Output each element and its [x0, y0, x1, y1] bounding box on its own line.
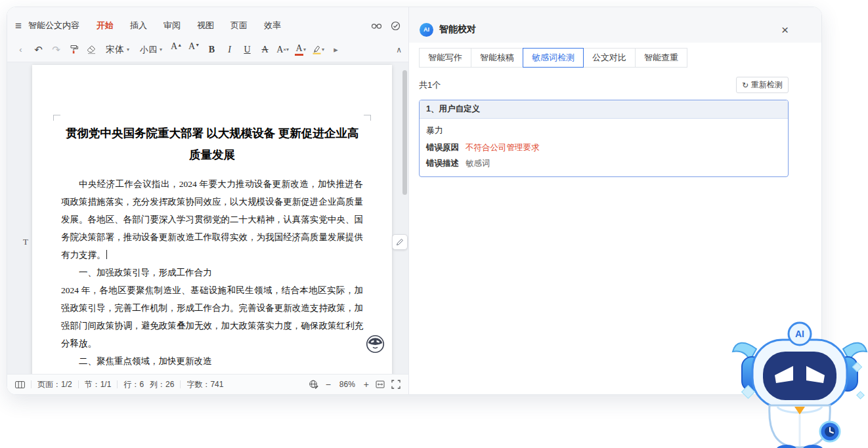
- redo-icon[interactable]: ↷: [49, 42, 63, 58]
- comment-edit-icon[interactable]: [392, 234, 408, 250]
- paragraph: 中央经济工作会议指出，2024 年要大力推动设备更新改造，加快推进各项政策措施落…: [61, 175, 363, 264]
- tab-smart-writing[interactable]: 智能写作: [419, 48, 471, 68]
- superscript-button[interactable]: A× ▾: [276, 42, 290, 58]
- up-triangle-icon: ▲: [177, 43, 182, 47]
- document-page[interactable]: 贯彻党中央国务院重大部署 以大规模设备 更新促进企业高质量发展 中央经济工作会议…: [32, 65, 392, 374]
- refresh-icon: ↻: [742, 81, 749, 90]
- divider: [180, 380, 181, 388]
- menu-tab-review[interactable]: 审阅: [163, 20, 181, 31]
- mascot-badge-text: AI: [795, 329, 804, 339]
- font-color-label: A: [295, 44, 302, 53]
- chevron-left-icon[interactable]: ‹: [14, 42, 28, 58]
- chevron-down-icon: ▾: [322, 47, 324, 52]
- error-desc-value: 敏感词: [466, 158, 490, 169]
- error-reason-value: 不符合公司管理要求: [466, 142, 540, 153]
- document-title: 智能公文内容: [28, 20, 79, 31]
- strikethrough-button[interactable]: A: [258, 42, 272, 58]
- scrollbar-thumb[interactable]: [402, 70, 407, 195]
- check-circle-icon[interactable]: [391, 21, 401, 31]
- assistant-face-icon[interactable]: [366, 335, 385, 354]
- menubar-right-icons: [371, 21, 401, 31]
- document-canvas: 贯彻党中央国务院重大部署 以大规模设备 更新促进企业高质量发展 中央经济工作会议…: [7, 62, 408, 374]
- undo-icon[interactable]: ↶: [32, 42, 45, 58]
- font-family-select[interactable]: 宋体 ▾: [102, 42, 133, 58]
- fullscreen-icon[interactable]: [391, 380, 401, 389]
- tab-plagiarism[interactable]: 智能查重: [635, 48, 687, 68]
- ai-logo-icon: AI: [420, 23, 433, 37]
- status-column: 列：26: [150, 379, 174, 390]
- language-globe-icon[interactable]: [309, 379, 319, 390]
- increase-font-label: A: [171, 42, 177, 51]
- status-bar: 页面：1/2 节：1/1 行：6 列：26 字数：741 − 86% +: [7, 374, 408, 394]
- error-reason-row: 错误原因 不符合公司管理要求: [426, 142, 781, 153]
- status-wordcount[interactable]: 字数：741: [186, 379, 223, 390]
- more-tools-icon[interactable]: ▸: [329, 42, 343, 58]
- margin-mark-left: [53, 115, 60, 121]
- sensitive-word-card[interactable]: 1、用户自定义 暴力 错误原因 不符合公司管理要求 错误描述 敏感词: [419, 100, 789, 177]
- ribbon-tabs: 开始 插入 审阅 视图 页面 效率: [97, 20, 281, 31]
- decrease-font-button[interactable]: A▼: [187, 42, 201, 58]
- collapse-ribbon-icon[interactable]: ∧: [396, 45, 402, 54]
- zoom-in-button[interactable]: +: [364, 380, 369, 389]
- chevron-down-icon: ▾: [160, 47, 162, 52]
- error-desc-row: 错误描述 敏感词: [426, 158, 781, 169]
- menu-tab-home[interactable]: 开始: [97, 20, 114, 31]
- redetect-button[interactable]: ↻ 重新检测: [736, 77, 789, 93]
- menu-bar: ≡ 智能公文内容 开始 插入 审阅 视图 页面 效率: [7, 7, 408, 37]
- font-family-value: 宋体: [106, 44, 124, 56]
- italic-button[interactable]: I: [223, 42, 236, 58]
- status-section: 节：1/1: [85, 379, 112, 390]
- menu-tab-view[interactable]: 视图: [197, 20, 214, 31]
- zoom-out-button[interactable]: −: [326, 380, 331, 389]
- reading-glasses-icon[interactable]: [371, 22, 382, 30]
- chevron-down-icon: ▾: [286, 47, 289, 52]
- down-triangle-icon: ▼: [195, 43, 200, 47]
- ai-panel-tabs: 智能写作 智能核稿 敏感词检测 公文对比 智能查重: [419, 48, 789, 68]
- redetect-label: 重新检测: [751, 79, 783, 91]
- error-reason-label: 错误原因: [426, 142, 459, 153]
- divider: [31, 380, 32, 388]
- ai-panel-body: 智能写作 智能核稿 敏感词检测 公文对比 智能查重 共1个 ↻ 重新检测 1、用…: [409, 43, 821, 177]
- eraser-icon[interactable]: [85, 42, 98, 58]
- paragraph: 2024 年，各地区要聚焦制造业、基础设施和民生领域，结合本地区实际，加强政策引…: [61, 281, 363, 352]
- font-color-swatch: [295, 54, 303, 56]
- fit-page-icon[interactable]: [376, 380, 385, 389]
- ai-panel-header: AI 智能校对 ×: [409, 7, 821, 43]
- highlight-button[interactable]: ▾: [311, 42, 325, 58]
- status-page[interactable]: 页面：1/2: [37, 379, 72, 390]
- underline-button[interactable]: U: [240, 42, 254, 58]
- document-scrollbar[interactable]: [402, 65, 407, 371]
- increase-font-button[interactable]: A▲: [169, 42, 183, 58]
- text-tool-marker: T: [23, 237, 28, 247]
- format-toolbar: ‹ ↶ ↷ 宋体 ▾ 小四 ▾ A▲ A▼ B I: [7, 37, 408, 62]
- tab-doc-compare[interactable]: 公文对比: [583, 48, 636, 68]
- layout-grid-icon[interactable]: [15, 381, 25, 388]
- card-body: 暴力 错误原因 不符合公司管理要求 错误描述 敏感词: [420, 119, 788, 176]
- mascot-illustration: AI: [730, 314, 868, 448]
- editor-pane: ≡ 智能公文内容 开始 插入 审阅 视图 页面 效率 ‹ ↶: [7, 7, 409, 394]
- statusbar-right: − 86% +: [309, 379, 401, 390]
- close-icon[interactable]: ×: [781, 24, 789, 36]
- app-window: ≡ 智能公文内容 开始 插入 审阅 视图 页面 效率 ‹ ↶: [7, 7, 822, 395]
- paragraph: 制造业是设备更新改造的主战场，各地区要引导企业加大制造业设备更新改造力度，提升产…: [61, 370, 363, 374]
- bold-button[interactable]: B: [205, 42, 219, 58]
- divider: [117, 380, 118, 388]
- chevron-down-icon: ▾: [303, 47, 306, 52]
- format-painter-icon[interactable]: [67, 42, 81, 58]
- superscript-label: A: [276, 45, 283, 54]
- menu-tab-insert[interactable]: 插入: [130, 20, 147, 31]
- status-line: 行：6: [123, 379, 144, 390]
- decrease-font-label: A: [188, 42, 195, 51]
- tab-sensitive-words[interactable]: 敏感词检测: [523, 48, 584, 68]
- tab-smart-review[interactable]: 智能核稿: [471, 48, 523, 68]
- font-color-button[interactable]: A ▾: [293, 42, 307, 58]
- paragraph-text: 中央经济工作会议指出，2024 年要大力推动设备更新改造，加快推进各项政策措施落…: [61, 179, 363, 260]
- ai-panel-title: 智能校对: [439, 24, 476, 35]
- menu-tab-page[interactable]: 页面: [230, 20, 248, 31]
- menu-tab-efficiency[interactable]: 效率: [264, 20, 281, 31]
- document-heading: 贯彻党中央国务院重大部署 以大规模设备 更新促进企业高质量发展: [61, 123, 363, 166]
- font-size-select[interactable]: 小四 ▾: [137, 42, 165, 58]
- hamburger-menu-icon[interactable]: ≡: [15, 20, 22, 31]
- paragraph: 二、聚焦重点领域，加快更新改造: [61, 352, 363, 370]
- zoom-level[interactable]: 86%: [337, 380, 357, 389]
